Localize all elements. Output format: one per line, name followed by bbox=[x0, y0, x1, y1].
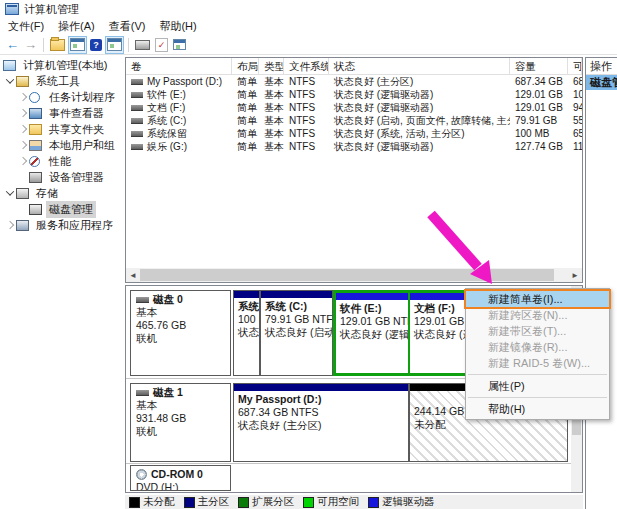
sidebar-item[interactable]: 性能 bbox=[0, 153, 123, 169]
check-list-icon[interactable] bbox=[154, 37, 169, 53]
tree-expander-icon[interactable] bbox=[3, 78, 16, 84]
menu-item-帮[interactable]: 帮助(H) bbox=[152, 18, 203, 35]
partition-label: 系统 (C:) bbox=[265, 300, 332, 313]
partition-label: My Passport (D:) bbox=[238, 393, 408, 406]
column-header[interactable]: 类型 bbox=[259, 58, 284, 74]
volume-name: 软件 (E:) bbox=[147, 88, 186, 101]
tree-expander-icon[interactable] bbox=[16, 126, 29, 132]
sidebar-item[interactable]: 本地用户和组 bbox=[0, 137, 123, 153]
tree-expander-icon[interactable] bbox=[3, 222, 16, 228]
volume-row[interactable]: My Passport (D:)简单基本NTFS状态良好 (主分区)687.34… bbox=[126, 75, 582, 88]
tree-item-label: 磁盘管理 bbox=[46, 201, 96, 218]
capacity-cell: 687.34 GB bbox=[510, 75, 568, 88]
type-cell: 基本 bbox=[259, 101, 284, 114]
window-icon[interactable] bbox=[172, 37, 187, 53]
back-icon[interactable]: ← bbox=[5, 37, 20, 53]
system-tools-icon bbox=[16, 76, 29, 87]
tree-item-label: 任务计划程序 bbox=[46, 89, 118, 106]
partition-color-bar bbox=[234, 384, 408, 391]
tree-expander-icon[interactable] bbox=[3, 190, 16, 196]
sidebar-item[interactable]: 任务计划程序 bbox=[0, 89, 123, 105]
volume-row[interactable]: 系统保留简单基本NTFS状态良好 (系统, 活动, 主分区)100 MB65 bbox=[126, 127, 582, 140]
volume-row[interactable]: 娱乐 (G:)简单基本NTFS状态良好 (逻辑驱动器)127.74 GB11 bbox=[126, 140, 582, 153]
show-console-tree-icon[interactable] bbox=[69, 37, 86, 53]
legend-item: 可用空间 bbox=[303, 495, 359, 509]
sidebar-item[interactable]: 存储 bbox=[0, 185, 123, 201]
partition-color-bar bbox=[261, 291, 332, 298]
volume-name-cell: My Passport (D:) bbox=[126, 75, 232, 88]
fs-cell: NTFS bbox=[284, 114, 329, 127]
sidebar-item[interactable]: 系统工具 bbox=[0, 73, 123, 89]
event-viewer-icon bbox=[29, 108, 42, 119]
scrollbar-track[interactable] bbox=[140, 268, 568, 282]
sidebar-item[interactable]: 磁盘管理 bbox=[0, 201, 123, 217]
volume-list-pane: 卷布局类型文件系统状态容量可用空间 My Passport (D:)简单基本NT… bbox=[125, 57, 583, 283]
context-menu-item[interactable]: 帮助(H) bbox=[466, 401, 609, 417]
scroll-right-icon[interactable]: ► bbox=[568, 268, 582, 282]
disk-info-cell[interactable]: 磁盘 1基本931.48 GB联机 bbox=[130, 383, 231, 462]
sidebar-item[interactable]: 计算机管理(本地) bbox=[0, 57, 123, 73]
legend-label: 扩展分区 bbox=[252, 495, 294, 509]
actions-item-disk-management[interactable]: 磁盘管理 bbox=[586, 75, 617, 90]
partition-block[interactable]: My Passport (D:)687.34 GB NTFS状态良好 (主分区) bbox=[233, 383, 409, 462]
volume-icon bbox=[131, 105, 143, 111]
volume-icon bbox=[131, 131, 143, 137]
legend-swatch bbox=[129, 497, 140, 508]
capacity-cell: 100 MB bbox=[510, 127, 568, 140]
column-header[interactable]: 卷 bbox=[126, 58, 232, 74]
disk-attr: 465.76 GB bbox=[136, 319, 230, 332]
tree-item-label: 设备管理器 bbox=[46, 169, 107, 186]
partition-block[interactable]: 系统保留100 MB NTFS状态良好 (系统, 活动, 主分区) bbox=[233, 290, 260, 376]
menu-item-查[interactable]: 查看(V) bbox=[102, 18, 153, 35]
partition-block[interactable]: 系统 (C:)79.91 GB NTFS状态良好 (启动, 页面文件, 故障转储… bbox=[260, 290, 333, 376]
volume-row[interactable]: 系统 (C:)简单基本NTFS状态良好 (启动, 页面文件, 故障转储, 主分区… bbox=[126, 114, 582, 127]
disk-name: 磁盘 0 bbox=[136, 293, 230, 306]
context-menu-item[interactable]: 新建简单卷(I)... bbox=[466, 291, 609, 307]
show-action-pane-icon[interactable] bbox=[106, 37, 123, 53]
cdrom-info-cell[interactable]: CD-ROM 0 DVD (H:) bbox=[130, 465, 231, 491]
tree-expander-icon[interactable] bbox=[16, 142, 29, 148]
disk-icon bbox=[136, 297, 149, 303]
disk-name: 磁盘 1 bbox=[136, 386, 230, 399]
volume-row[interactable]: 软件 (E:)简单基本NTFS状态良好 (逻辑驱动器)129.01 GB10 bbox=[126, 88, 582, 101]
column-header[interactable]: 文件系统 bbox=[284, 58, 329, 74]
sidebar-item[interactable]: 设备管理器 bbox=[0, 169, 123, 185]
disk-info-cell[interactable]: 磁盘 0基本465.76 GB联机 bbox=[130, 290, 231, 376]
scrollbar-thumb[interactable] bbox=[140, 269, 554, 281]
storage-icon bbox=[16, 188, 29, 199]
partition-color-bar bbox=[336, 293, 408, 300]
type-cell: 基本 bbox=[259, 75, 284, 88]
status-cell: 状态良好 (逻辑驱动器) bbox=[329, 101, 510, 114]
disk-view-icon[interactable] bbox=[134, 37, 151, 53]
menu-item-操[interactable]: 操作(A) bbox=[51, 18, 102, 35]
volume-row[interactable]: 文档 (F:)简单基本NTFS状态良好 (逻辑驱动器)129.01 GB94 bbox=[126, 101, 582, 114]
toolbar-separator bbox=[43, 38, 44, 52]
title-bar: 计算机管理 bbox=[0, 0, 617, 18]
sidebar-item[interactable]: 服务和应用程序 bbox=[0, 217, 123, 233]
forward-icon[interactable]: → bbox=[23, 37, 38, 53]
column-header[interactable]: 可用空间 bbox=[568, 58, 582, 74]
scroll-left-icon[interactable]: ◄ bbox=[126, 268, 140, 282]
tree-item-label: 系统工具 bbox=[33, 73, 83, 90]
sidebar-item[interactable]: 事件查看器 bbox=[0, 105, 123, 121]
task-scheduler-icon bbox=[29, 92, 40, 103]
tree-expander-icon[interactable] bbox=[16, 158, 29, 164]
partition-text: My Passport (D:)687.34 GB NTFS状态良好 (主分区) bbox=[234, 391, 408, 432]
column-header[interactable]: 容量 bbox=[510, 58, 568, 74]
help-icon[interactable] bbox=[89, 37, 103, 53]
layout-cell: 简单 bbox=[232, 101, 259, 114]
partition-status: 状态良好 (系统, 活动, 主分区) bbox=[238, 326, 259, 339]
tree-expander-icon[interactable] bbox=[16, 94, 29, 100]
partition-block[interactable]: 软件 (E:)129.01 GB NTFS状态良好 (逻辑驱动器) bbox=[335, 292, 409, 374]
context-menu-item[interactable]: 属性(P) bbox=[466, 378, 609, 394]
menu-item-文[interactable]: 文件(F) bbox=[1, 18, 51, 35]
sidebar-item[interactable]: 共享文件夹 bbox=[0, 121, 123, 137]
export-list-icon[interactable] bbox=[49, 37, 66, 53]
column-header[interactable]: 状态 bbox=[329, 58, 510, 74]
disk-management-icon bbox=[29, 204, 42, 215]
horizontal-scrollbar[interactable]: ◄ ► bbox=[126, 268, 582, 282]
volume-name-cell: 系统 (C:) bbox=[126, 114, 232, 127]
column-header[interactable]: 布局 bbox=[232, 58, 259, 74]
tree-expander-icon[interactable] bbox=[16, 110, 29, 116]
window-title: 计算机管理 bbox=[24, 2, 79, 17]
